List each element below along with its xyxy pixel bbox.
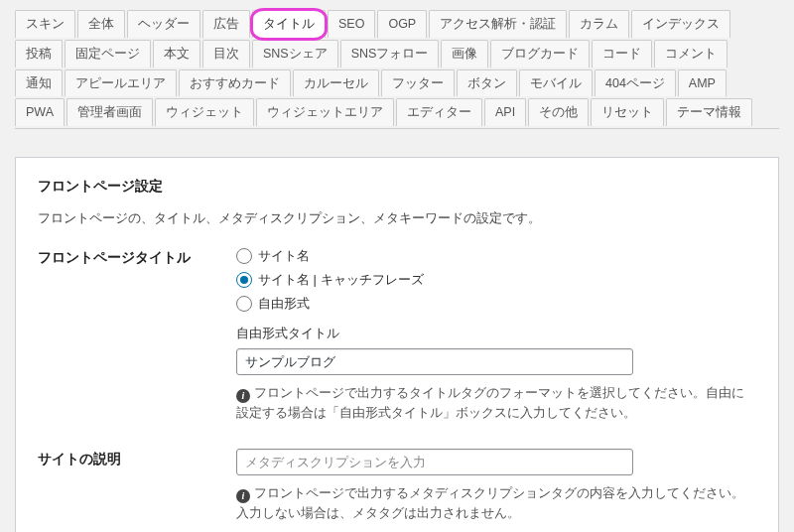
tab-画像[interactable]: 画像 xyxy=(441,40,488,67)
frontpage-settings-panel: フロントページ設定 フロントページの、タイトル、メタディスクリプション、メタキー… xyxy=(15,157,779,532)
panel-description: フロントページの、タイトル、メタディスクリプション、メタキーワードの設定です。 xyxy=(38,209,756,227)
tab-タイトル[interactable]: タイトル xyxy=(252,10,326,38)
tab-通知[interactable]: 通知 xyxy=(15,69,63,97)
radio-option-freeform[interactable]: 自由形式 xyxy=(236,295,756,313)
freeform-help-content: フロントページで出力するタイトルタグのフォーマットを選択してください。自由に設定… xyxy=(236,386,744,420)
site-description-input[interactable] xyxy=(236,449,633,475)
site-description-help-content: フロントページで出力するメタディスクリプションタグの内容を入力してください。入力… xyxy=(236,486,744,520)
tab-インデックス[interactable]: インデックス xyxy=(631,10,730,38)
tab-おすすめカード[interactable]: おすすめカード xyxy=(179,69,291,97)
tab-モバイル[interactable]: モバイル xyxy=(519,69,593,97)
site-description-help-text: iフロントページで出力するメタディスクリプションタグの内容を入力してください。入… xyxy=(236,483,756,523)
radio-option-sitename-catchphrase[interactable]: サイト名 | キャッチフレーズ xyxy=(236,271,756,289)
info-icon: i xyxy=(236,489,250,503)
tab-固定ページ[interactable]: 固定ページ xyxy=(65,40,151,67)
tab-その他[interactable]: その他 xyxy=(528,98,589,126)
tab-管理者画面[interactable]: 管理者画面 xyxy=(66,98,153,126)
info-icon: i xyxy=(236,389,250,403)
radio-freeform-label: 自由形式 xyxy=(258,295,310,313)
radio-sitename-label: サイト名 xyxy=(258,247,310,265)
tab-SEO[interactable]: SEO xyxy=(328,10,375,38)
tab-API[interactable]: API xyxy=(484,98,526,126)
tab-SNSシェア[interactable]: SNSシェア xyxy=(252,40,338,67)
radio-sitename-catchphrase-label: サイト名 | キャッチフレーズ xyxy=(258,271,424,289)
tab-OGP[interactable]: OGP xyxy=(377,10,427,38)
panel-heading: フロントページ設定 xyxy=(38,178,756,196)
freeform-title-input[interactable] xyxy=(236,348,633,375)
tab-目次[interactable]: 目次 xyxy=(202,40,250,67)
tab-スキン[interactable]: スキン xyxy=(15,10,75,38)
tab-アクセス解析・認証[interactable]: アクセス解析・認証 xyxy=(429,10,567,38)
radio-sitename-input[interactable] xyxy=(236,248,252,264)
tab-ブログカード[interactable]: ブログカード xyxy=(490,40,590,67)
tab-PWA[interactable]: PWA xyxy=(15,98,65,126)
tab-SNSフォロー[interactable]: SNSフォロー xyxy=(340,40,440,67)
freeform-title-label: 自由形式タイトル xyxy=(236,325,756,342)
tab-広告[interactable]: 広告 xyxy=(202,10,250,38)
frontpage-title-heading: フロントページタイトル xyxy=(38,249,236,267)
tab-アピールエリア[interactable]: アピールエリア xyxy=(65,69,177,97)
tab-リセット[interactable]: リセット xyxy=(591,98,664,126)
title-format-radio-group: サイト名 サイト名 | キャッチフレーズ 自由形式 xyxy=(236,247,756,313)
tab-カルーセル[interactable]: カルーセル xyxy=(293,69,379,97)
tab-テーマ情報[interactable]: テーマ情報 xyxy=(666,98,752,126)
freeform-help-text: iフロントページで出力するタイトルタグのフォーマットを選択してください。自由に設… xyxy=(236,383,756,423)
tab-フッター[interactable]: フッター xyxy=(381,69,455,97)
tab-本文[interactable]: 本文 xyxy=(153,40,200,67)
tab-404ページ[interactable]: 404ページ xyxy=(595,69,676,97)
tab-全体[interactable]: 全体 xyxy=(77,10,125,38)
settings-tab-bar: スキン全体ヘッダー広告タイトルSEOOGPアクセス解析・認証カラムインデックス投… xyxy=(15,10,779,129)
tab-コード[interactable]: コード xyxy=(592,40,652,67)
radio-sitename-catchphrase-input[interactable] xyxy=(236,272,252,288)
tab-ウィジェットエリア[interactable]: ウィジェットエリア xyxy=(256,98,394,126)
tab-ボタン[interactable]: ボタン xyxy=(457,69,517,97)
tab-ウィジェット[interactable]: ウィジェット xyxy=(155,98,254,126)
tab-投稿[interactable]: 投稿 xyxy=(15,40,63,67)
radio-option-sitename[interactable]: サイト名 xyxy=(236,247,756,265)
tab-AMP[interactable]: AMP xyxy=(678,69,727,97)
tab-エディター[interactable]: エディター xyxy=(396,98,482,126)
tab-ヘッダー[interactable]: ヘッダー xyxy=(127,10,200,38)
tab-カラム[interactable]: カラム xyxy=(569,10,629,38)
site-description-heading: サイトの説明 xyxy=(38,451,236,468)
radio-freeform-input[interactable] xyxy=(236,296,252,312)
tab-コメント[interactable]: コメント xyxy=(654,40,728,67)
